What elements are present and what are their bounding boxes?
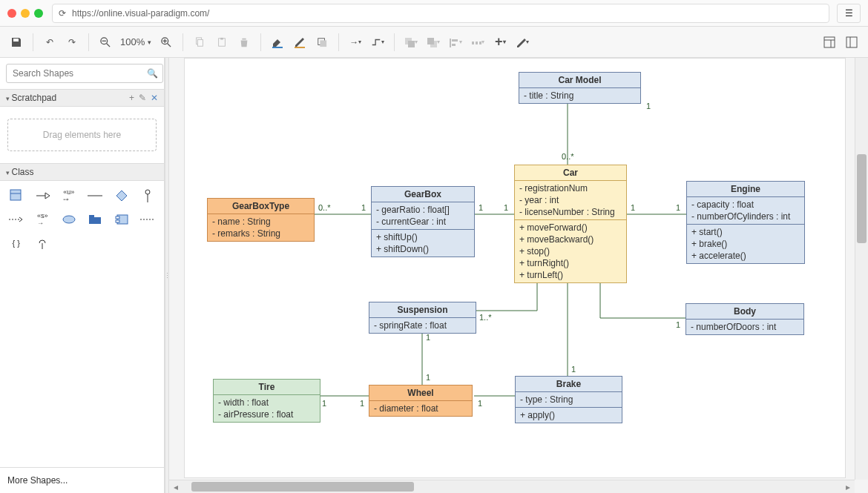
hamburger-icon: ☰ (845, 8, 853, 19)
shape-constraint-icon[interactable]: { } (4, 234, 28, 252)
uml-class-suspension[interactable]: Suspension- springRate : float (369, 302, 476, 334)
add-button[interactable]: +▾ (490, 32, 510, 53)
pencil-icon[interactable]: ✎ (139, 93, 146, 103)
diagram-canvas[interactable]: 1 0..* 1 1 0..* 1 1 1 1 1 1 1 1 1..* 1 1… (184, 58, 846, 478)
search-input[interactable] (6, 64, 163, 83)
more-shapes-button[interactable]: More Shapes... (0, 467, 164, 493)
shape-dependency-icon[interactable] (4, 211, 28, 228)
close-window-icon[interactable] (7, 9, 16, 18)
window-controls (7, 9, 43, 18)
uml-class-gearboxtype[interactable]: GearBoxType- name : String- remarks : St… (207, 198, 315, 242)
svg-rect-20 (452, 39, 458, 42)
uml-class-car[interactable]: Car- registrationNum- year : int- licens… (514, 165, 627, 283)
save-button[interactable] (6, 32, 27, 53)
menu-button[interactable]: ☰ (837, 4, 861, 23)
svg-rect-14 (320, 40, 327, 47)
svg-rect-11 (272, 47, 283, 48)
scroll-left-icon[interactable]: ◂ (169, 480, 183, 493)
multiplicity-label: 1 (478, 399, 482, 408)
maximize-window-icon[interactable] (34, 9, 43, 18)
multiplicity-label: 1 (646, 102, 651, 110)
uml-class-wheel[interactable]: Wheel- diameter : float (369, 385, 473, 417)
shape-dependency2-icon[interactable] (137, 211, 160, 228)
class-attributes: - diameter : float (369, 401, 472, 416)
shape-socket-icon[interactable] (31, 234, 55, 252)
shape-lollipop-icon[interactable] (137, 187, 160, 205)
scroll-right-icon[interactable]: ▸ (841, 480, 855, 493)
class-title: Body (686, 304, 803, 320)
undo-button[interactable]: ↶ (39, 32, 60, 53)
refresh-icon[interactable]: ⟳ (59, 8, 66, 19)
multiplicity-label: 1 (676, 320, 680, 329)
shape-interface-icon[interactable] (110, 187, 134, 205)
uml-class-brake[interactable]: Brake- type : String+ apply() (515, 376, 622, 423)
close-icon[interactable]: ✕ (151, 93, 158, 103)
class-title: Tire (214, 380, 320, 395)
to-back-button[interactable]: ▾ (423, 32, 444, 53)
outline-panel-toggle[interactable] (841, 32, 862, 53)
svg-rect-41 (89, 215, 94, 218)
class-attributes: - springRate : float (369, 318, 476, 333)
multiplicity-label: 0..* (562, 152, 574, 161)
svg-rect-44 (116, 220, 119, 222)
svg-line-4 (168, 43, 171, 46)
shape-palette: «u»⤍ «s»→ { } (0, 181, 164, 258)
shape-component-icon[interactable] (110, 211, 134, 228)
zoom-out-button[interactable] (95, 32, 116, 53)
shape-class-icon[interactable] (4, 187, 28, 205)
zoom-in-button[interactable] (156, 32, 177, 53)
svg-point-37 (145, 190, 150, 194)
horizontal-scrollbar[interactable]: ◂ ▸ (169, 480, 855, 493)
align-button[interactable]: ▾ (445, 32, 466, 53)
uml-class-car-model[interactable]: Car Model- title : String (519, 72, 641, 104)
shape-realization-icon[interactable]: «s»→ (31, 211, 55, 228)
scratchpad-drop-area[interactable]: Drag elements here (7, 119, 157, 151)
svg-rect-25 (824, 37, 835, 47)
multiplicity-label: 1 (361, 203, 366, 212)
svg-rect-18 (427, 38, 434, 44)
format-panel-toggle[interactable] (819, 32, 840, 53)
class-title: Car (515, 165, 626, 181)
vertical-scrollbar[interactable] (855, 58, 868, 480)
class-attributes: - title : String (519, 88, 640, 103)
class-attributes: - gearRatio : float[]- currentGear : int (372, 202, 474, 229)
zoom-dropdown[interactable]: 100%▾ (117, 36, 154, 47)
copy-button[interactable] (189, 32, 210, 53)
shape-association-icon[interactable] (84, 187, 108, 205)
fill-color-button[interactable] (267, 32, 288, 53)
svg-marker-35 (116, 191, 127, 201)
connection-style-button[interactable]: →▾ (345, 32, 366, 53)
class-shapes-header[interactable]: Class (0, 163, 164, 181)
shape-usage-icon[interactable]: «u»⤍ (57, 187, 81, 205)
line-color-button[interactable] (289, 32, 310, 53)
class-operations: + start()+ brake()+ accelerate() (687, 224, 804, 263)
plus-icon[interactable]: + (129, 93, 134, 103)
shape-package-icon[interactable] (84, 211, 108, 228)
distribute-button[interactable]: ▾ (467, 32, 488, 53)
shape-note-icon[interactable] (57, 211, 81, 228)
class-title: Wheel (369, 386, 472, 401)
canvas-area[interactable]: 1 0..* 1 1 0..* 1 1 1 1 1 1 1 1 1..* 1 1… (169, 58, 868, 493)
svg-rect-23 (476, 42, 478, 44)
minimize-window-icon[interactable] (21, 9, 30, 18)
waypoint-style-button[interactable]: ▾ (367, 32, 388, 53)
scratchpad-header[interactable]: Scratchpad + ✎ ✕ (0, 89, 164, 107)
paste-button[interactable] (211, 32, 232, 53)
shadow-button[interactable] (312, 32, 332, 53)
toolbar: ↶ ↷ 100%▾ →▾ ▾ ▾ ▾ ▾ ▾ +▾ ▾ (0, 27, 868, 58)
uml-class-gearbox[interactable]: GearBox- gearRatio : float[]- currentGea… (371, 186, 475, 257)
class-attributes: - name : String- remarks : String (208, 214, 314, 241)
svg-line-1 (107, 43, 110, 46)
shape-generalization-icon[interactable] (31, 187, 55, 205)
multiplicity-label: 1 (426, 333, 430, 342)
to-front-button[interactable]: ▾ (401, 32, 421, 53)
redo-button[interactable]: ↷ (62, 32, 82, 53)
uml-class-tire[interactable]: Tire- width : float- airPressure : float (213, 379, 320, 423)
uml-class-body[interactable]: Body- numberOfDoors : int (685, 303, 804, 335)
url-bar[interactable]: ⟳ https://online.visual-paradigm.com/ (52, 4, 829, 23)
more-button[interactable]: ▾ (512, 32, 533, 53)
uml-class-engine[interactable]: Engine- capacity : float- numberOfCylind… (686, 181, 805, 264)
delete-button[interactable] (234, 32, 254, 53)
svg-rect-40 (89, 217, 101, 224)
svg-rect-22 (472, 42, 474, 44)
